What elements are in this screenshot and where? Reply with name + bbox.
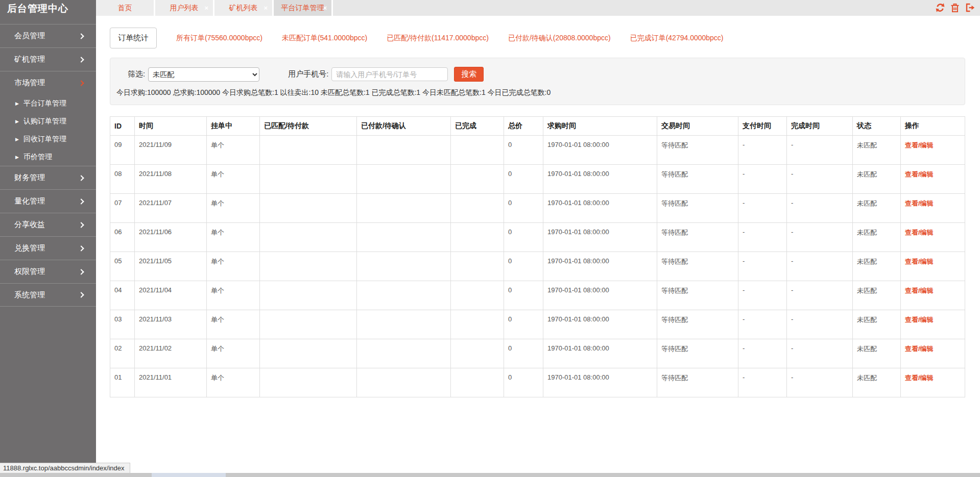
cell-pay_time: -	[738, 165, 787, 194]
view-edit-link[interactable]: 查看/编辑	[905, 287, 934, 294]
sidebar-subitem-平台订单管理[interactable]: ▶平台订单管理	[0, 94, 96, 112]
cell-pending: 单个	[207, 223, 260, 252]
cell-trade_time: 等待匹配	[657, 281, 738, 310]
sidebar-item-label: 会员管理	[14, 31, 45, 41]
cell-id: 08	[110, 165, 135, 194]
cell-pay_time: -	[738, 368, 787, 397]
tab-矿机列表[interactable]: 矿机列表×	[214, 0, 274, 16]
cell-status: 未匹配	[853, 252, 901, 281]
cell-finish_time: -	[787, 339, 853, 368]
cell-pending: 单个	[207, 281, 260, 310]
refresh-icon[interactable]	[935, 3, 945, 13]
column-header: 已完成	[451, 117, 504, 136]
view-edit-link[interactable]: 查看/编辑	[905, 229, 934, 236]
sidebar-item-label: 权限管理	[14, 267, 45, 277]
tab-用户列表[interactable]: 用户列表×	[155, 0, 214, 16]
filter-label: 筛选:	[128, 69, 145, 79]
trash-icon[interactable]	[950, 3, 960, 13]
cell-total: 0	[504, 368, 543, 397]
cell-done	[451, 310, 504, 339]
sidebar-subitem-币价管理[interactable]: ▶币价管理	[0, 148, 96, 166]
cell-pay_time: -	[738, 310, 787, 339]
status-filter-select[interactable]: 未匹配	[148, 67, 259, 82]
cell-trade_time: 等待匹配	[657, 194, 738, 223]
order-stat-link[interactable]: 已付款/待确认(20808.0000bpcc)	[508, 34, 611, 43]
chevron-right-icon	[78, 175, 84, 181]
sidebar-item-分享收益[interactable]: 分享收益	[0, 213, 96, 236]
tab-label: 用户列表	[170, 4, 199, 12]
order-stat-link[interactable]: 所有订单(75560.0000bpcc)	[176, 34, 262, 43]
cell-buy_time: 1970-01-01 08:00:00	[543, 368, 657, 397]
tab-平台订单管理[interactable]: 平台订单管理×	[274, 0, 333, 16]
cell-status: 未匹配	[853, 339, 901, 368]
horizontal-scrollbar[interactable]	[0, 473, 980, 477]
cell-id: 09	[110, 136, 135, 165]
view-edit-link[interactable]: 查看/编辑	[905, 258, 934, 265]
cell-pending: 单个	[207, 339, 260, 368]
view-edit-link[interactable]: 查看/编辑	[905, 141, 934, 149]
view-edit-link[interactable]: 查看/编辑	[905, 199, 934, 207]
tab-order-statistics[interactable]: 订单统计	[110, 28, 157, 48]
sidebar-subitem-认购订单管理[interactable]: ▶认购订单管理	[0, 112, 96, 130]
order-stat-link[interactable]: 已完成订单(42794.0000bpcc)	[630, 34, 724, 43]
cell-buy_time: 1970-01-01 08:00:00	[543, 194, 657, 223]
sidebar-item-财务管理[interactable]: 财务管理	[0, 166, 96, 189]
column-header: 已匹配/待付款	[260, 117, 357, 136]
cell-id: 01	[110, 368, 135, 397]
cell-pending: 单个	[207, 252, 260, 281]
close-icon[interactable]: ×	[323, 0, 327, 16]
topbar: 首页用户列表×矿机列表×平台订单管理×	[96, 0, 980, 16]
sidebar-item-系统管理[interactable]: 系统管理	[0, 283, 96, 307]
sidebar-item-会员管理[interactable]: 会员管理	[0, 24, 96, 47]
column-header: 挂单中	[207, 117, 260, 136]
sidebar-item-权限管理[interactable]: 权限管理	[0, 260, 96, 283]
cell-total: 0	[504, 281, 543, 310]
sidebar-item-label: 矿机管理	[14, 55, 45, 64]
cell-id: 06	[110, 223, 135, 252]
search-button[interactable]: 搜索	[454, 67, 484, 82]
sidebar-item-label: 兑换管理	[14, 243, 45, 253]
cell-paid	[357, 165, 451, 194]
tab-label: 首页	[118, 4, 132, 12]
cell-pay_time: -	[738, 223, 787, 252]
view-edit-link[interactable]: 查看/编辑	[905, 374, 934, 382]
cell-pay_time: -	[738, 252, 787, 281]
close-icon[interactable]: ×	[264, 0, 268, 16]
table-row: 092021/11/09单个01970-01-01 08:00:00等待匹配--…	[110, 136, 965, 165]
sidebar-item-市场管理[interactable]: 市场管理	[0, 71, 96, 94]
sidebar-item-兑换管理[interactable]: 兑换管理	[0, 236, 96, 260]
cell-status: 未匹配	[853, 194, 901, 223]
cell-action: 查看/编辑	[901, 136, 965, 165]
cell-total: 0	[504, 194, 543, 223]
sidebar-item-label: 量化管理	[14, 196, 45, 206]
sidebar-item-量化管理[interactable]: 量化管理	[0, 189, 96, 213]
cell-action: 查看/编辑	[901, 223, 965, 252]
order-stat-link[interactable]: 未匹配订单(541.0000bpcc)	[282, 34, 367, 43]
phone-search-input[interactable]	[331, 67, 448, 81]
app-title: 后台管理中心	[0, 0, 96, 17]
cell-total: 0	[504, 252, 543, 281]
sidebar-item-矿机管理[interactable]: 矿机管理	[0, 47, 96, 71]
cell-buy_time: 1970-01-01 08:00:00	[543, 339, 657, 368]
cell-done	[451, 194, 504, 223]
horizontal-scrollbar-thumb[interactable]	[152, 473, 226, 477]
cell-finish_time: -	[787, 252, 853, 281]
sidebar-subitem-回收订单管理[interactable]: ▶回收订单管理	[0, 130, 96, 148]
cell-action: 查看/编辑	[901, 339, 965, 368]
cell-trade_time: 等待匹配	[657, 339, 738, 368]
tab-首页[interactable]: 首页	[96, 0, 155, 16]
view-edit-link[interactable]: 查看/编辑	[905, 170, 934, 178]
cell-done	[451, 223, 504, 252]
sidebar-subitem-label: 币价管理	[23, 153, 52, 161]
submenu-bullet-icon: ▶	[15, 137, 19, 142]
column-header: 完成时间	[787, 117, 853, 136]
order-stat-link[interactable]: 已匹配/待付款(11417.0000bpcc)	[387, 34, 489, 43]
cell-pay_time: -	[738, 339, 787, 368]
cell-time: 2021/11/03	[135, 310, 207, 339]
view-edit-link[interactable]: 查看/编辑	[905, 316, 934, 323]
column-header: 总价	[504, 117, 543, 136]
cell-status: 未匹配	[853, 223, 901, 252]
close-icon[interactable]: ×	[204, 0, 208, 16]
logout-icon[interactable]	[965, 3, 975, 13]
view-edit-link[interactable]: 查看/编辑	[905, 345, 934, 353]
